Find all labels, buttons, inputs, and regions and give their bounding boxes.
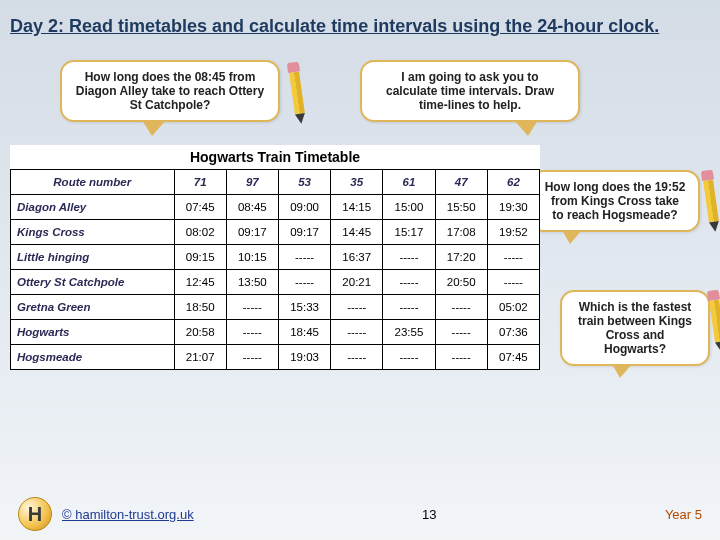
time-cell: 07:45 [174, 195, 226, 220]
time-cell: 14:45 [331, 220, 383, 245]
timetable-title: Hogwarts Train Timetable [10, 145, 540, 169]
time-cell: ----- [331, 295, 383, 320]
time-cell: 19:03 [278, 345, 330, 370]
bubble-question-3: Which is the fastest train between Kings… [560, 290, 710, 366]
time-cell: 08:45 [226, 195, 278, 220]
time-cell: 09:17 [278, 220, 330, 245]
year-label: Year 5 [665, 507, 702, 522]
time-cell: 19:30 [487, 195, 539, 220]
time-cell: 18:50 [174, 295, 226, 320]
route-header: Route number [11, 170, 175, 195]
footer: H © hamilton-trust.org.uk 13 Year 5 [0, 496, 720, 532]
time-cell: ----- [278, 245, 330, 270]
time-cell: ----- [331, 320, 383, 345]
time-cell: 07:36 [487, 320, 539, 345]
time-cell: ----- [435, 320, 487, 345]
time-cell: 15:33 [278, 295, 330, 320]
pencil-icon [703, 180, 719, 223]
pencil-icon [289, 72, 305, 115]
station-name: Hogwarts [11, 320, 175, 345]
time-cell: ----- [435, 295, 487, 320]
time-cell: 20:50 [435, 270, 487, 295]
station-name: Ottery St Catchpole [11, 270, 175, 295]
route-col: 61 [383, 170, 435, 195]
time-cell: ----- [383, 295, 435, 320]
time-cell: 05:02 [487, 295, 539, 320]
time-cell: ----- [278, 270, 330, 295]
station-name: Little hinging [11, 245, 175, 270]
time-cell: 07:45 [487, 345, 539, 370]
timetable-grid: Route number71975335614762Diagon Alley07… [10, 169, 540, 370]
bubble-instruction: I am going to ask you to calculate time … [360, 60, 580, 122]
time-cell: ----- [487, 245, 539, 270]
route-col: 71 [174, 170, 226, 195]
time-cell: ----- [226, 295, 278, 320]
time-cell: 10:15 [226, 245, 278, 270]
route-col: 53 [278, 170, 330, 195]
time-cell: 23:55 [383, 320, 435, 345]
time-cell: 18:45 [278, 320, 330, 345]
route-col: 35 [331, 170, 383, 195]
page-title: Day 2: Read timetables and calculate tim… [10, 16, 710, 37]
time-cell: 21:07 [174, 345, 226, 370]
time-cell: 08:02 [174, 220, 226, 245]
route-col: 62 [487, 170, 539, 195]
pencil-icon [709, 300, 720, 343]
timetable: Hogwarts Train Timetable Route number719… [10, 145, 540, 370]
time-cell: 09:00 [278, 195, 330, 220]
time-cell: ----- [331, 345, 383, 370]
time-cell: 19:52 [487, 220, 539, 245]
time-cell: 15:00 [383, 195, 435, 220]
time-cell: 17:08 [435, 220, 487, 245]
time-cell: ----- [226, 320, 278, 345]
time-cell: 09:15 [174, 245, 226, 270]
time-cell: ----- [383, 270, 435, 295]
station-name: Diagon Alley [11, 195, 175, 220]
time-cell: ----- [226, 345, 278, 370]
time-cell: ----- [487, 270, 539, 295]
time-cell: 17:20 [435, 245, 487, 270]
bubble-question-1: How long does the 08:45 from Diagon Alle… [60, 60, 280, 122]
time-cell: 15:17 [383, 220, 435, 245]
time-cell: ----- [383, 245, 435, 270]
time-cell: ----- [435, 345, 487, 370]
route-col: 97 [226, 170, 278, 195]
time-cell: 20:21 [331, 270, 383, 295]
bubble-question-2: How long does the 19:52 from Kings Cross… [530, 170, 700, 232]
page-number: 13 [422, 507, 436, 522]
station-name: Kings Cross [11, 220, 175, 245]
footer-link[interactable]: © hamilton-trust.org.uk [62, 507, 194, 522]
time-cell: 09:17 [226, 220, 278, 245]
time-cell: ----- [383, 345, 435, 370]
time-cell: 13:50 [226, 270, 278, 295]
time-cell: 12:45 [174, 270, 226, 295]
time-cell: 16:37 [331, 245, 383, 270]
time-cell: 15:50 [435, 195, 487, 220]
logo-icon: H [18, 497, 52, 531]
time-cell: 20:58 [174, 320, 226, 345]
station-name: Hogsmeade [11, 345, 175, 370]
route-col: 47 [435, 170, 487, 195]
station-name: Gretna Green [11, 295, 175, 320]
time-cell: 14:15 [331, 195, 383, 220]
